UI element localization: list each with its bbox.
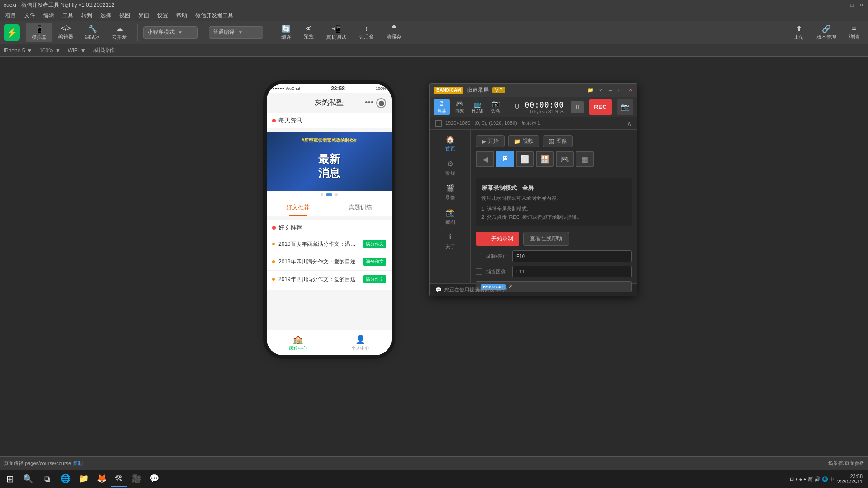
taskbar-app3-btn[interactable]: 🦊 <box>93 471 110 487</box>
wechat-close-btn[interactable]: ⬤ <box>376 98 386 108</box>
bc-device-mode-btn[interactable]: 📷 设备 <box>488 99 504 115</box>
taskbar-search-btn[interactable]: 🔍 <box>19 471 37 487</box>
zoom-selector[interactable]: 100% ▼ <box>39 47 61 54</box>
taskbar-date: 2020-02-11 <box>837 479 863 484</box>
toolbar-sep2 <box>203 24 203 41</box>
menu-interface[interactable]: 界面 <box>135 11 153 20</box>
bc-region-mode-btn[interactable]: ⬜ <box>516 151 534 167</box>
article-title-1: 2019百度年西藏满分作文：温暖... <box>278 240 360 248</box>
bandicam-restore-btn[interactable]: □ <box>617 87 623 94</box>
menu-goto[interactable]: 转到 <box>78 11 96 20</box>
wechat-menu-btn[interactable]: ••• <box>365 98 373 108</box>
menu-file[interactable]: 文件 <box>21 11 39 20</box>
handoff-btn[interactable]: ↕ 切后台 <box>354 23 379 42</box>
article-item-2[interactable]: 2019年四川满分作文：爱的目送 满分作文 <box>267 253 392 271</box>
bc-image-btn[interactable]: 🖼 图像 <box>543 135 573 147</box>
bc-nav-home[interactable]: 🏠 首页 <box>430 131 470 156</box>
taskbar-wechat-devtools-btn[interactable]: 🛠 <box>111 471 127 487</box>
minimize-btn[interactable]: ─ <box>840 2 845 8</box>
tab-exam[interactable]: 真题训练 <box>329 199 392 216</box>
bc-start-record-btn[interactable]: 开始录制 <box>476 232 519 246</box>
main-toolbar: ⚡ 📱 模拟器 </> 编辑器 🔧 调试器 ☁ 云开发 小程序模式 ▼ 普通编译… <box>0 21 868 44</box>
close-btn[interactable]: ✕ <box>859 2 864 8</box>
rec-btn[interactable]: REC <box>589 99 612 115</box>
menu-select[interactable]: 选择 <box>97 11 115 20</box>
version-mgr-btn[interactable]: 🔗 版本管理 <box>811 23 842 42</box>
collapse-btn[interactable]: ∧ <box>627 120 632 127</box>
bandicam-close-btn[interactable]: ✕ <box>627 87 633 94</box>
taskbar-bandicam-btn[interactable]: 🎥 <box>127 471 145 487</box>
bc-extra-mode-btn[interactable]: ▦ <box>576 151 594 167</box>
bc-online-help-btn[interactable]: 查看在线帮助 <box>523 232 569 246</box>
bc-game-record-btn[interactable]: 🎮 <box>556 151 574 167</box>
menu-wechat-devtools[interactable]: 微信开发者工具 <box>192 11 237 20</box>
real-test-btn[interactable]: 📲 真机调试 <box>321 23 352 42</box>
window-controls[interactable]: ─ □ ✕ <box>840 2 864 8</box>
maximize-btn[interactable]: □ <box>849 2 855 8</box>
detail-btn[interactable]: ≡ 详情 <box>844 23 864 42</box>
menu-tools[interactable]: 工具 <box>59 11 77 20</box>
taskbar-start-btn[interactable]: ⊞ <box>2 471 18 487</box>
hotkey-capture-input[interactable]: F11 <box>512 266 632 277</box>
preview-btn[interactable]: 👁 预览 <box>298 23 319 42</box>
bc-mic-btn[interactable]: 🎙 <box>511 99 523 115</box>
bc-video-btn[interactable]: 📁 视频 <box>508 135 539 147</box>
bandicam-help-btn[interactable]: ? <box>597 87 604 94</box>
hotkey-record-label: 录制/停止 <box>486 253 509 260</box>
banner-hashtag: #新型冠状病毒感染的肺炎# <box>302 137 356 144</box>
bc-fullscreen-mode-btn[interactable]: 🖥 <box>496 151 514 167</box>
bc-nav-about[interactable]: ℹ 关于 <box>430 229 470 253</box>
taskbar-wechat-btn[interactable]: 💬 <box>146 471 163 487</box>
simulate-op-btn[interactable]: 模拟操作 <box>93 47 115 54</box>
clear-cache-btn[interactable]: 🗑 清缓存 <box>381 23 407 42</box>
taskbar-time: 23:58 <box>837 474 863 479</box>
toolbar-right-group: ⬆ 上传 🔗 版本管理 ≡ 详情 <box>788 23 864 42</box>
menu-help[interactable]: 帮助 <box>173 11 191 20</box>
menu-edit[interactable]: 编辑 <box>40 11 58 20</box>
menu-view[interactable]: 视图 <box>116 11 134 20</box>
taskbar-chrome-btn[interactable]: 🌐 <box>57 471 74 487</box>
res-checkbox[interactable] <box>435 120 442 127</box>
tab-recommended[interactable]: 好文推荐 <box>267 199 329 216</box>
article-item-1[interactable]: 2019百度年西藏满分作文：温暖... 满分作文 <box>267 235 392 253</box>
menu-settings[interactable]: 设置 <box>154 11 172 20</box>
banner-image[interactable]: #新型冠状病毒感染的肺炎# 最新 消息 <box>267 132 392 191</box>
editor-btn[interactable]: </> 编辑器 <box>53 23 79 42</box>
bc-nav-general[interactable]: ⚙ 常规 <box>430 156 470 180</box>
cloud-btn[interactable]: ☁ 云开发 <box>106 23 132 42</box>
compile-btn[interactable]: 🔄 编译 <box>276 23 297 42</box>
article-item-3[interactable]: 2019年四川满分作文：爱的目送 满分作文 <box>267 271 392 288</box>
bandicam-folder-btn[interactable]: 📁 <box>587 87 594 94</box>
bc-pause-btn[interactable]: ⏸ <box>571 101 584 113</box>
debugger-btn[interactable]: 🔧 调试器 <box>80 23 105 42</box>
bc-start-btn[interactable]: ▶ 开始 <box>476 135 505 147</box>
phone-content[interactable]: 每天资讯 #新型冠状病毒感染的肺炎# 最新 消息 好文推荐 真题训 <box>267 113 392 330</box>
copy-btn[interactable]: 复制 <box>73 460 83 467</box>
bc-screen-mode-btn[interactable]: 🖥 屏幕 <box>434 99 450 115</box>
miniapp-mode-dropdown[interactable]: 小程序模式 ▼ <box>143 26 198 39</box>
bc-game-mode-btn[interactable]: 🎮 游戏 <box>452 99 468 115</box>
nav-course-center[interactable]: 🏫 课程中心 <box>267 330 329 355</box>
compile-mode-dropdown[interactable]: 普通编译 ▼ <box>209 26 263 39</box>
hotkey-record-input[interactable]: F10 <box>512 250 632 262</box>
simulator-btn[interactable]: 📱 模拟器 <box>26 23 52 42</box>
article-list: 2019百度年西藏满分作文：温暖... 满分作文 2019年四川满分作文：爱的目… <box>267 234 392 290</box>
menu-project[interactable]: 项目 <box>2 11 20 20</box>
nav-personal-center[interactable]: 👤 个人中心 <box>329 330 392 355</box>
hotkey-checkbox-record[interactable] <box>476 253 482 259</box>
bc-hdmi-mode-btn[interactable]: 📺 HDMI <box>470 99 486 115</box>
bc-nav-video[interactable]: 🎬 录像 <box>430 180 470 205</box>
cloud-icon: ☁ <box>116 24 123 33</box>
device-selector[interactable]: iPhone 5 ▼ <box>4 47 32 54</box>
bandicam-minimize-btn[interactable]: ─ <box>607 87 613 94</box>
bc-window-mode-btn[interactable]: 🪟 <box>536 151 554 167</box>
bc-nav-screenshot[interactable]: 📸 截图 <box>430 205 470 229</box>
taskbar-folder-btn[interactable]: 📁 <box>75 471 92 487</box>
upload-btn[interactable]: ⬆ 上传 <box>788 23 809 42</box>
hotkey-checkbox-capture[interactable] <box>476 268 482 275</box>
bc-back-btn[interactable]: ◀ <box>476 151 494 167</box>
bc-screenshot-btn[interactable]: 📷 <box>617 99 633 115</box>
personal-center-icon: 👤 <box>355 334 365 344</box>
taskbar-task-view-btn[interactable]: ⧉ <box>38 471 56 487</box>
network-selector[interactable]: WiFi ▼ <box>68 47 86 54</box>
